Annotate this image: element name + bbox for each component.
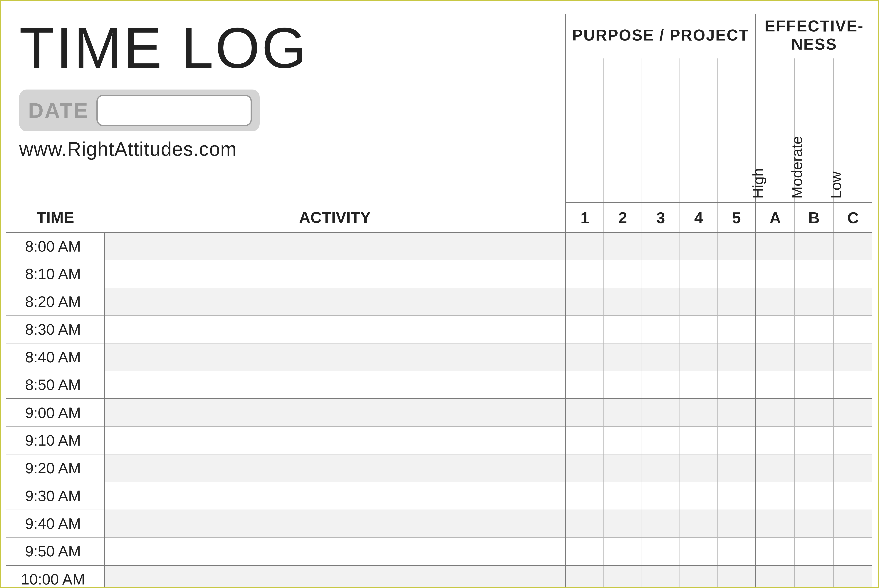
purpose-cell[interactable] bbox=[566, 371, 604, 399]
purpose-cell[interactable] bbox=[566, 565, 604, 588]
activity-cell[interactable] bbox=[105, 482, 566, 510]
effectiveness-cell[interactable] bbox=[756, 315, 795, 343]
purpose-cell[interactable] bbox=[604, 343, 642, 371]
purpose-cell[interactable] bbox=[604, 260, 642, 288]
purpose-cell[interactable] bbox=[718, 399, 756, 426]
purpose-cell[interactable] bbox=[642, 232, 680, 260]
effectiveness-cell[interactable] bbox=[834, 260, 872, 288]
purpose-cell[interactable] bbox=[718, 371, 756, 399]
purpose-cell[interactable] bbox=[604, 454, 642, 482]
purpose-cell[interactable] bbox=[566, 482, 604, 510]
effectiveness-cell[interactable] bbox=[756, 426, 795, 454]
activity-cell[interactable] bbox=[105, 426, 566, 454]
purpose-cell[interactable] bbox=[642, 510, 680, 537]
purpose-cell[interactable] bbox=[566, 399, 604, 426]
purpose-cell[interactable] bbox=[718, 343, 756, 371]
effectiveness-cell[interactable] bbox=[756, 371, 795, 399]
purpose-cell[interactable] bbox=[604, 399, 642, 426]
activity-cell[interactable] bbox=[105, 232, 566, 260]
effectiveness-cell[interactable] bbox=[834, 482, 872, 510]
purpose-cell[interactable] bbox=[566, 232, 604, 260]
purpose-cell[interactable] bbox=[642, 399, 680, 426]
effectiveness-cell[interactable] bbox=[795, 426, 833, 454]
purpose-cell[interactable] bbox=[642, 371, 680, 399]
purpose-cell[interactable] bbox=[680, 232, 718, 260]
activity-cell[interactable] bbox=[105, 399, 566, 426]
purpose-cell[interactable] bbox=[718, 426, 756, 454]
purpose-cell[interactable] bbox=[642, 343, 680, 371]
effectiveness-cell[interactable] bbox=[756, 510, 795, 537]
effectiveness-cell[interactable] bbox=[756, 260, 795, 288]
purpose-cell[interactable] bbox=[566, 426, 604, 454]
purpose-cell[interactable] bbox=[642, 537, 680, 565]
activity-cell[interactable] bbox=[105, 537, 566, 565]
effectiveness-cell[interactable] bbox=[756, 232, 795, 260]
activity-cell[interactable] bbox=[105, 510, 566, 537]
purpose-cell[interactable] bbox=[604, 537, 642, 565]
effectiveness-cell[interactable] bbox=[834, 537, 872, 565]
purpose-cell[interactable] bbox=[680, 537, 718, 565]
purpose-cell[interactable] bbox=[566, 343, 604, 371]
purpose-cell[interactable] bbox=[718, 482, 756, 510]
purpose-cell[interactable] bbox=[718, 288, 756, 315]
purpose-cell[interactable] bbox=[642, 260, 680, 288]
purpose-cell[interactable] bbox=[604, 288, 642, 315]
activity-cell[interactable] bbox=[105, 315, 566, 343]
purpose-cell[interactable] bbox=[718, 565, 756, 588]
effectiveness-cell[interactable] bbox=[795, 510, 833, 537]
purpose-cell[interactable] bbox=[680, 260, 718, 288]
activity-cell[interactable] bbox=[105, 288, 566, 315]
activity-cell[interactable] bbox=[105, 343, 566, 371]
effectiveness-cell[interactable] bbox=[795, 371, 833, 399]
effectiveness-cell[interactable] bbox=[795, 537, 833, 565]
effectiveness-cell[interactable] bbox=[834, 288, 872, 315]
purpose-cell[interactable] bbox=[642, 315, 680, 343]
effectiveness-cell[interactable] bbox=[834, 343, 872, 371]
purpose-cell[interactable] bbox=[680, 343, 718, 371]
purpose-cell[interactable] bbox=[680, 482, 718, 510]
purpose-cell[interactable] bbox=[566, 288, 604, 315]
purpose-cell[interactable] bbox=[680, 565, 718, 588]
effectiveness-cell[interactable] bbox=[795, 454, 833, 482]
effectiveness-cell[interactable] bbox=[795, 482, 833, 510]
purpose-cell[interactable] bbox=[604, 232, 642, 260]
purpose-cell[interactable] bbox=[642, 426, 680, 454]
purpose-cell[interactable] bbox=[680, 288, 718, 315]
purpose-cell[interactable] bbox=[718, 537, 756, 565]
activity-cell[interactable] bbox=[105, 454, 566, 482]
effectiveness-cell[interactable] bbox=[834, 232, 872, 260]
purpose-cell[interactable] bbox=[566, 315, 604, 343]
effectiveness-cell[interactable] bbox=[795, 343, 833, 371]
effectiveness-cell[interactable] bbox=[795, 399, 833, 426]
purpose-cell[interactable] bbox=[680, 399, 718, 426]
effectiveness-cell[interactable] bbox=[756, 537, 795, 565]
purpose-cell[interactable] bbox=[604, 426, 642, 454]
effectiveness-cell[interactable] bbox=[756, 454, 795, 482]
effectiveness-cell[interactable] bbox=[795, 260, 833, 288]
purpose-cell[interactable] bbox=[566, 537, 604, 565]
purpose-cell[interactable] bbox=[718, 260, 756, 288]
purpose-cell[interactable] bbox=[680, 510, 718, 537]
effectiveness-cell[interactable] bbox=[834, 315, 872, 343]
effectiveness-cell[interactable] bbox=[756, 343, 795, 371]
purpose-cell[interactable] bbox=[604, 371, 642, 399]
effectiveness-cell[interactable] bbox=[795, 232, 833, 260]
purpose-cell[interactable] bbox=[680, 426, 718, 454]
purpose-cell[interactable] bbox=[718, 454, 756, 482]
effectiveness-cell[interactable] bbox=[834, 426, 872, 454]
purpose-cell[interactable] bbox=[604, 565, 642, 588]
purpose-cell[interactable] bbox=[604, 510, 642, 537]
effectiveness-cell[interactable] bbox=[756, 482, 795, 510]
purpose-cell[interactable] bbox=[604, 482, 642, 510]
effectiveness-cell[interactable] bbox=[795, 565, 833, 588]
effectiveness-cell[interactable] bbox=[756, 399, 795, 426]
purpose-cell[interactable] bbox=[566, 260, 604, 288]
purpose-cell[interactable] bbox=[718, 232, 756, 260]
purpose-cell[interactable] bbox=[680, 454, 718, 482]
purpose-cell[interactable] bbox=[680, 315, 718, 343]
purpose-cell[interactable] bbox=[718, 510, 756, 537]
purpose-cell[interactable] bbox=[566, 510, 604, 537]
purpose-cell[interactable] bbox=[680, 371, 718, 399]
purpose-cell[interactable] bbox=[604, 315, 642, 343]
effectiveness-cell[interactable] bbox=[834, 510, 872, 537]
